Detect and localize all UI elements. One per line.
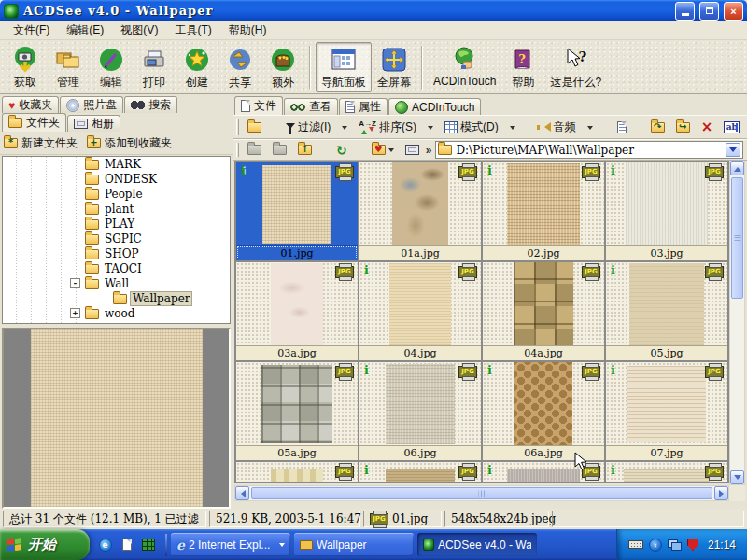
menu-item[interactable]: 工具(T) [167, 21, 218, 40]
path-combobox[interactable]: D:\Picture\MAP\Wall\Wallpaper [435, 141, 743, 159]
rename-button[interactable]: ab [719, 117, 744, 137]
create-folder-button[interactable] [243, 117, 266, 137]
filter-dropdown[interactable] [337, 117, 352, 137]
tree-item-Wallpaper[interactable]: Wallpaper [3, 291, 230, 306]
file-cell-06.jpg[interactable]: iJPG06.jpg [359, 362, 481, 460]
file-cell-partial[interactable]: JPG [236, 462, 358, 483]
menu-item[interactable]: 视图(V) [113, 21, 165, 40]
toolbar-button-whatsthis[interactable]: ?这是什么? [544, 42, 607, 92]
forward-button[interactable] [268, 141, 291, 160]
menu-item[interactable]: 编辑(E) [59, 21, 111, 40]
tab-收藏夹[interactable]: ♥收藏夹 [2, 96, 59, 113]
tree-item-plant[interactable]: plant [3, 202, 230, 217]
file-cell-04.jpg[interactable]: iJPG04.jpg [359, 262, 481, 360]
tree-item-PLAY[interactable]: PLAY [3, 217, 230, 231]
path-dropdown-button[interactable] [726, 143, 740, 157]
green-grid-icon[interactable] [140, 537, 156, 553]
tab-搜索[interactable]: 搜索 [124, 96, 177, 113]
sort-dropdown[interactable] [423, 117, 438, 137]
security-shield-icon[interactable] [687, 539, 698, 551]
menu-item[interactable]: 文件(F) [6, 21, 57, 40]
file-cell-partial[interactable]: iJPG [606, 462, 727, 483]
tab-查看[interactable]: 查看 [284, 98, 338, 115]
action-添加到收藏夹[interactable]: +添加到收藏夹 [87, 135, 172, 151]
network-icon[interactable] [668, 539, 682, 551]
tab-文件夹[interactable]: 文件夹 [2, 113, 66, 132]
mode-button[interactable]: 模式(D) [440, 117, 503, 137]
sort-button[interactable]: A→Z 排序(S) [354, 117, 421, 137]
tree-item-SGPIC[interactable]: SGPIC [3, 231, 230, 246]
vertical-scroll-thumb[interactable] [731, 177, 743, 299]
scroll-left-button[interactable] [235, 486, 249, 500]
toolbar-button-extras[interactable]: 额外 [261, 42, 304, 92]
refresh-button[interactable]: ↻ [331, 141, 352, 160]
horizontal-scroll-thumb[interactable] [251, 487, 712, 499]
tree-item-Wall[interactable]: -Wall [3, 276, 230, 291]
language-icon[interactable]: ‹ [649, 539, 662, 552]
taskbar-button-ACDSee v4.0 - Wa...[interactable]: ACDSee v4.0 - Wa... [417, 533, 537, 556]
tab-文件[interactable]: 文件 [234, 96, 283, 115]
file-cell-05.jpg[interactable]: iJPG05.jpg [606, 262, 727, 360]
tree-item-wood[interactable]: +wood [3, 306, 230, 321]
slideshow-button[interactable] [401, 141, 424, 160]
tree-expander[interactable]: - [70, 278, 80, 288]
file-cell-01.jpg[interactable]: iJPG01.jpg [236, 162, 358, 260]
move-to-folder-button[interactable]: ↪ [671, 117, 695, 137]
toolbar-button-navpanel[interactable]: 导航面板 [316, 42, 372, 92]
scroll-up-button[interactable] [730, 161, 744, 175]
tree-expander[interactable]: + [70, 308, 80, 318]
action-新建文件夹[interactable]: *新建文件夹 [4, 135, 78, 151]
internet-explorer-icon[interactable]: e [97, 537, 113, 553]
tab-相册[interactable]: 相册 [67, 115, 120, 132]
scroll-down-button[interactable] [730, 470, 744, 484]
copy-to-folder-button[interactable]: ↷ [646, 117, 669, 137]
menu-item[interactable]: 帮助(H) [221, 21, 275, 40]
mode-dropdown[interactable] [505, 117, 520, 137]
back-button[interactable] [243, 141, 266, 160]
tree-item-TAOCI[interactable]: TAOCI [3, 261, 230, 276]
file-cell-05a.jpg[interactable]: JPG05a.jpg [236, 362, 358, 460]
toolbar-button-share[interactable]: 共享 [218, 42, 261, 92]
favorites-button[interactable]: ♥ [367, 141, 399, 160]
vertical-scrollbar[interactable] [729, 161, 745, 485]
horizontal-scrollbar[interactable] [234, 485, 729, 501]
toolbar-button-edit[interactable]: 编辑 [90, 42, 133, 92]
keyboard-icon[interactable] [628, 540, 643, 549]
toolbar-overflow-chevron[interactable]: » [426, 144, 432, 157]
delete-button[interactable]: × [697, 117, 718, 137]
file-cell-03.jpg[interactable]: iJPG03.jpg [606, 162, 727, 260]
tab-ACDInTouch[interactable]: ACDInTouch [388, 98, 481, 115]
taskbar-button-Wallpaper[interactable]: Wallpaper [294, 533, 414, 556]
restore-button[interactable] [699, 2, 719, 21]
tree-item-SHOP[interactable]: SHOP [3, 246, 230, 261]
file-cell-03a.jpg[interactable]: JPG03a.jpg [236, 262, 358, 360]
file-cell-06a.jpg[interactable]: iJPG06a.jpg [483, 362, 604, 460]
audio-button[interactable]: 音频 [535, 117, 581, 137]
toolbar-button-intouch[interactable]: ACDInTouch [428, 42, 501, 92]
toolbar-button-print[interactable]: 打印 [133, 42, 176, 92]
toolbar-button-fullscreen[interactable]: 全屏幕 [372, 42, 416, 92]
tab-属性[interactable]: 属性 [339, 98, 388, 115]
toolbar-button-create[interactable]: 创建 [176, 42, 218, 92]
start-button[interactable]: 开始 [0, 529, 90, 560]
tree-item-MARK[interactable]: MARK [3, 157, 230, 172]
tree-item-ONDESK[interactable]: ONDESK [3, 172, 230, 187]
file-cell-07.jpg[interactable]: iJPG07.jpg [606, 362, 727, 460]
file-cell-partial[interactable]: iJPG [483, 462, 604, 483]
toolbar-button-help[interactable]: ?帮助 [501, 42, 544, 92]
file-cell-01a.jpg[interactable]: JPG01a.jpg [359, 162, 481, 260]
taskbar-button-2 Internet Expl...[interactable]: e2 Internet Expl... [171, 533, 290, 556]
file-cell-04a.jpg[interactable]: JPG04a.jpg [483, 262, 604, 360]
minimize-button[interactable] [675, 2, 695, 21]
show-desktop-icon[interactable] [119, 537, 134, 553]
file-cell-partial[interactable]: iJPG [359, 462, 481, 483]
audio-dropdown[interactable] [583, 117, 598, 137]
toolbar-button-acquire[interactable]: 获取 [4, 42, 47, 92]
tab-照片盘[interactable]: 照片盘 [60, 96, 123, 113]
file-cell-02.jpg[interactable]: iJPG02.jpg [483, 162, 604, 260]
scroll-right-button[interactable] [714, 486, 728, 500]
tree-item-People[interactable]: People [3, 187, 230, 202]
toolbar-button-manage[interactable]: 管理 [47, 42, 90, 92]
close-button[interactable]: × [724, 2, 743, 21]
up-button[interactable]: ↑ [293, 141, 317, 160]
